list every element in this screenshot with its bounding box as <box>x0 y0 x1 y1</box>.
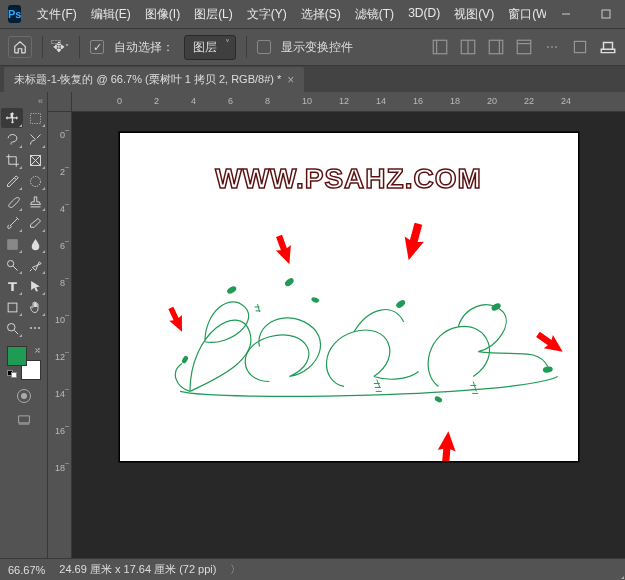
app-logo: Ps <box>8 5 21 23</box>
gradient-tool[interactable] <box>1 234 23 254</box>
lasso-tool[interactable] <box>1 129 23 149</box>
separator <box>79 36 80 58</box>
foreground-color-swatch[interactable] <box>7 346 27 366</box>
move-tool-icon[interactable]: ✥˅ <box>53 39 69 55</box>
ruler-origin[interactable] <box>48 92 72 112</box>
zoom-level[interactable]: 66.67% <box>8 564 45 576</box>
auto-select-label: 自动选择： <box>114 39 174 56</box>
horizontal-ruler[interactable]: 024681012141618202224 <box>72 92 625 112</box>
document-dimensions[interactable]: 24.69 厘米 x 17.64 厘米 (72 ppi) <box>59 562 216 577</box>
edit-toolbar-button[interactable]: ⋯ <box>24 318 46 338</box>
healing-tool[interactable] <box>24 171 46 191</box>
dodge-tool[interactable] <box>1 255 23 275</box>
move-tool[interactable] <box>1 108 23 128</box>
menu-file[interactable]: 文件(F) <box>31 2 82 27</box>
svg-point-27 <box>283 277 294 288</box>
svg-rect-13 <box>30 113 40 123</box>
svg-rect-4 <box>433 40 447 54</box>
svg-line-23 <box>14 330 18 334</box>
menu-layer[interactable]: 图层(L) <box>188 2 239 27</box>
svg-rect-10 <box>517 40 531 54</box>
hand-tool[interactable] <box>24 297 46 317</box>
workspace: « ⋯ ⤭ <box>0 92 625 558</box>
swap-colors-icon[interactable]: ⤭ <box>34 346 41 355</box>
svg-point-29 <box>394 299 406 310</box>
menu-view[interactable]: 视图(V) <box>448 2 500 27</box>
toolbox: « ⋯ ⤭ <box>0 92 48 558</box>
menu-image[interactable]: 图像(I) <box>139 2 186 27</box>
blur-tool[interactable] <box>24 234 46 254</box>
marquee-tool[interactable] <box>24 108 46 128</box>
overflow-icon[interactable]: ⋯ <box>543 38 561 56</box>
separator <box>246 36 247 58</box>
svg-point-31 <box>490 302 502 312</box>
svg-marker-34 <box>164 305 188 335</box>
frame-tool[interactable] <box>24 150 46 170</box>
target-dropdown[interactable]: 图层 <box>184 35 236 60</box>
align-icon-3[interactable] <box>487 38 505 56</box>
show-transform-label: 显示变换控件 <box>281 39 353 56</box>
menu-type[interactable]: 文字(Y) <box>241 2 293 27</box>
3d-mode-icon[interactable] <box>571 38 589 56</box>
brush-tool[interactable] <box>1 192 23 212</box>
pen-tool[interactable] <box>24 255 46 275</box>
menu-window[interactable]: 窗口(W <box>502 2 546 27</box>
align-icon-1[interactable] <box>431 38 449 56</box>
svg-rect-12 <box>574 41 585 52</box>
screen-mode-button[interactable] <box>13 410 35 430</box>
home-button[interactable] <box>8 36 32 58</box>
svg-marker-38 <box>533 328 567 358</box>
svg-rect-1 <box>602 10 610 18</box>
history-brush-tool[interactable] <box>1 213 23 233</box>
shape-tool[interactable] <box>1 297 23 317</box>
document-tab[interactable]: 未标题-1-恢复的 @ 66.7% (栗树叶 1 拷贝 2, RGB/8#) *… <box>4 67 304 92</box>
default-colors-icon[interactable] <box>7 370 17 380</box>
svg-point-32 <box>542 366 553 374</box>
options-bar: ✥˅ 自动选择： 图层 显示变换控件 ⋯ <box>0 28 625 66</box>
document-tabbar: 未标题-1-恢复的 @ 66.7% (栗树叶 1 拷贝 2, RGB/8#) *… <box>0 66 625 92</box>
quick-mask-button[interactable] <box>13 386 35 406</box>
svg-point-30 <box>433 395 442 403</box>
svg-point-26 <box>225 285 237 295</box>
svg-point-17 <box>30 176 40 186</box>
window-controls <box>546 0 625 28</box>
svg-marker-36 <box>399 221 428 263</box>
canvas-wrap: 024681012141618 024681012141618202224 WW… <box>48 92 625 558</box>
eraser-tool[interactable] <box>24 213 46 233</box>
minimize-button[interactable] <box>546 0 586 28</box>
type-tool[interactable] <box>1 276 23 296</box>
svg-point-33 <box>180 355 188 364</box>
artwork <box>120 133 578 461</box>
share-icon[interactable] <box>599 38 617 56</box>
close-tab-icon[interactable]: × <box>287 73 294 87</box>
canvas-background[interactable]: WWW.PSAHZ.COM <box>72 112 625 558</box>
svg-point-22 <box>7 323 15 331</box>
zoom-tool[interactable] <box>1 318 23 338</box>
crop-tool[interactable] <box>1 150 23 170</box>
path-select-tool[interactable] <box>24 276 46 296</box>
status-bar: 66.67% 24.69 厘米 x 17.64 厘米 (72 ppi) 〉 <box>0 558 625 580</box>
vertical-ruler[interactable]: 024681012141618 <box>48 112 72 558</box>
align-icon-4[interactable] <box>515 38 533 56</box>
svg-rect-8 <box>489 40 503 54</box>
status-menu-icon[interactable]: 〉 <box>230 562 241 577</box>
menu-filter[interactable]: 滤镜(T) <box>349 2 400 27</box>
align-icon-2[interactable] <box>459 38 477 56</box>
svg-marker-37 <box>436 430 457 461</box>
eyedropper-tool[interactable] <box>1 171 23 191</box>
svg-marker-35 <box>271 233 296 267</box>
menu-edit[interactable]: 编辑(E) <box>85 2 137 27</box>
auto-select-checkbox[interactable] <box>90 40 104 54</box>
separator <box>42 36 43 58</box>
menu-select[interactable]: 选择(S) <box>295 2 347 27</box>
toolbox-collapse-icon[interactable]: « <box>0 96 47 106</box>
quick-select-tool[interactable] <box>24 129 46 149</box>
show-transform-checkbox[interactable] <box>257 40 271 54</box>
maximize-button[interactable] <box>586 0 625 28</box>
menubar: 文件(F) 编辑(E) 图像(I) 图层(L) 文字(Y) 选择(S) 滤镜(T… <box>31 2 546 27</box>
document-canvas[interactable]: WWW.PSAHZ.COM <box>119 132 579 462</box>
menu-3d[interactable]: 3D(D) <box>402 2 446 27</box>
stamp-tool[interactable] <box>24 192 46 212</box>
svg-rect-21 <box>8 303 17 312</box>
color-swatches[interactable]: ⤭ <box>7 346 41 380</box>
